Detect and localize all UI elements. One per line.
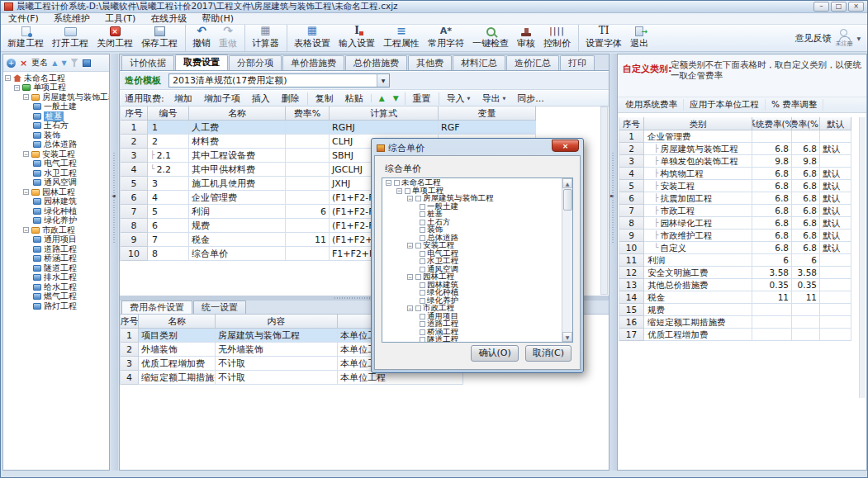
tree-item[interactable]: 通用项目 [3,235,109,245]
menu-item[interactable]: 工具(T) [97,12,143,25]
default-cell[interactable] [820,329,851,341]
checkbox[interactable] [420,220,425,225]
rate-table-row[interactable]: 8 ├园林绿化工程 6.8 6.8 默认 [619,217,851,230]
rate-table-row[interactable]: 13 其他总价措施费 0.35 0.35 [619,279,851,291]
expander-icon[interactable] [23,189,29,195]
tree-item[interactable]: 土石方 [3,121,109,131]
dialog-tree-item[interactable]: 桩基 [383,211,561,219]
rate-toolbar-button[interactable]: 使用系统费率 [619,99,684,111]
move-up-icon[interactable]: ▲ [371,94,389,102]
close-project-button[interactable]: 关闭工程 [92,25,137,51]
expander-icon[interactable] [5,75,11,81]
calculator-button[interactable]: 计算器 [248,25,287,51]
scrollbar-thumb[interactable] [563,189,572,211]
audit-button[interactable]: 审核 [513,25,539,51]
dialog-tree-item[interactable]: 电气工程 [383,250,561,258]
checkbox[interactable] [420,211,425,217]
checkbox[interactable] [420,321,425,327]
fee-table-scrollbar[interactable] [600,106,608,295]
move-up-icon[interactable]: ▲ [52,59,57,67]
tree-item[interactable]: 市政工程 [3,225,109,235]
default-cell[interactable]: 默认 [820,217,851,230]
default-cell[interactable] [820,291,851,304]
rate-toolbar-button[interactable]: 应用于本单位工程 [684,99,766,111]
default-cell[interactable]: 默认 [820,230,851,242]
control-price-button[interactable]: 控制价 [539,25,579,51]
cancel-button[interactable]: 取消(C) [525,345,572,362]
rate-table-row[interactable]: 14 税金 11 11 [619,291,851,304]
rate-table-row[interactable]: 4 ├构筑物工程 6.8 6.8 默认 [619,168,851,180]
template-select[interactable]: 2013清单规范(17费用定额) ▼ [168,73,390,88]
tree-item[interactable]: 通风空调 [3,178,109,188]
scroll-up-icon[interactable]: ▲ [562,178,572,188]
tree-item[interactable]: 一般土建 [3,102,109,112]
checkbox[interactable] [415,274,421,280]
import-button[interactable]: 导入 [439,92,477,105]
tree-item[interactable]: 燃气工程 [3,292,109,302]
dialog-tree-item[interactable]: 安装工程 [383,242,561,250]
rate-table-row[interactable]: 17 优质工程增加费 [619,329,851,341]
rate-table-row[interactable]: 12 安全文明施工费 3.58 3.58 [619,267,851,279]
feedback-button[interactable]: 意见反馈 [794,32,831,45]
exit-button[interactable]: 退出 [626,25,652,51]
expander-icon[interactable] [386,180,391,186]
default-cell[interactable] [820,254,851,267]
left-splitter[interactable]: ◄ [111,54,118,471]
splitter-collapse-icon[interactable]: ◄ [111,192,116,198]
tab-other-fees[interactable]: 其他费 [408,55,452,70]
tree-item[interactable]: 隧道工程 [3,263,109,273]
dialog-tree-item[interactable]: 市政工程 [383,305,561,313]
tab-total-price-measures[interactable]: 总价措施费 [345,55,407,70]
dialog-tree-item[interactable]: 装饰 [383,226,561,234]
dialog-tree-item[interactable]: 水卫工程 [383,258,561,266]
tree-item[interactable]: 桥涵工程 [3,254,109,264]
rate-table-row[interactable]: 11 利润 6 6 [619,254,851,267]
add-child-button[interactable]: 增加子项 [198,92,246,105]
input-settings-button[interactable]: 输入设置 [334,25,379,51]
minimize-button[interactable]: – [813,2,829,12]
expander-icon[interactable] [407,196,413,201]
tree-item[interactable]: 总体道路 [3,140,109,150]
expander-icon[interactable] [23,227,29,233]
dialog-tree-item[interactable]: 桥涵工程 [383,329,561,337]
tree-item[interactable]: 园林建筑 [3,197,109,207]
dialog-tree-item[interactable]: 土石方 [383,219,561,227]
tree-item[interactable]: 排水工程 [3,273,109,283]
checkbox[interactable] [420,290,425,296]
open-project-button[interactable]: 打开工程 [48,25,92,51]
menu-item[interactable]: 系统维护 [46,12,97,25]
move-down-icon[interactable]: ▼ [61,59,66,67]
rate-table-row[interactable]: 1 企业管理费 [619,130,851,143]
delete-node-icon[interactable]: × [20,59,27,68]
rate-toolbar-button[interactable]: % 费率调整 [766,99,823,111]
default-cell[interactable]: 默认 [820,143,851,155]
menu-item[interactable]: 文件(F) [1,12,46,25]
tree-item[interactable]: 绿化种植 [3,206,109,216]
expander-icon[interactable] [407,243,413,248]
checkbox[interactable] [420,282,425,288]
checkbox[interactable] [415,243,421,248]
tab-print[interactable]: 打印 [560,55,595,70]
dialog-tree-item[interactable]: 绿化种植 [383,289,561,297]
default-cell[interactable]: 默认 [820,242,851,254]
checkbox[interactable] [420,251,425,257]
filter-icon[interactable] [71,59,78,67]
scroll-down-icon[interactable]: ▼ [562,332,572,342]
expander-icon[interactable] [23,151,29,157]
expander-icon[interactable] [407,274,413,280]
user-account-button[interactable]: 未注册 [835,29,852,48]
default-cell[interactable] [820,130,851,143]
rate-table-row[interactable]: 9 ├市政维护工程 6.8 6.8 默认 [619,230,851,242]
checkbox[interactable] [420,314,425,319]
tab-cost-summary[interactable]: 造价汇总 [506,55,559,70]
expander-icon[interactable] [14,85,20,91]
expander-icon[interactable] [396,188,402,194]
tree-item[interactable]: 电气工程 [3,159,109,169]
close-button[interactable]: × [848,2,864,12]
common-symbols-button[interactable]: 常用字符 [424,25,468,51]
tree-item[interactable]: 安装工程 [3,149,109,159]
dialog-tree-item[interactable]: 通风空调 [383,266,561,274]
one-key-check-button[interactable]: 一键检查 [468,25,513,51]
new-project-button[interactable]: 新建工程 [3,25,48,51]
rename-button[interactable]: 更名 [31,57,48,69]
